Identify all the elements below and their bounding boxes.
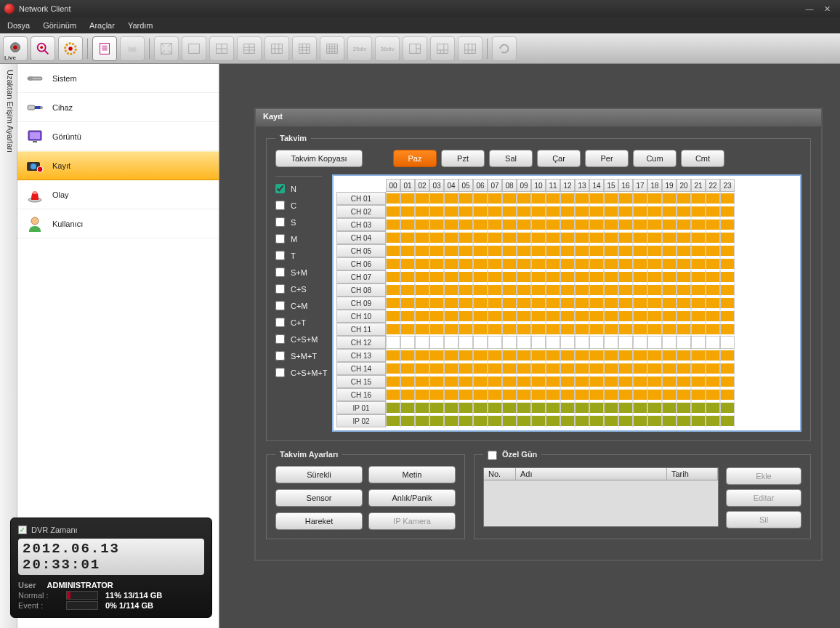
toolbar-layout-25div-button[interactable]: 25div	[347, 36, 372, 61]
schedule-slot[interactable]	[589, 401, 604, 414]
schedule-slot[interactable]	[604, 401, 618, 414]
schedule-slot[interactable]	[415, 192, 429, 205]
mode-checkbox[interactable]	[275, 351, 285, 361]
schedule-slot[interactable]	[517, 270, 531, 283]
channel-label[interactable]: IP 01	[336, 401, 386, 414]
schedule-slot[interactable]	[575, 401, 589, 414]
schedule-slot[interactable]	[662, 375, 677, 388]
schedule-slot[interactable]	[662, 362, 677, 375]
schedule-slot[interactable]	[429, 401, 444, 414]
schedule-slot[interactable]	[517, 205, 531, 218]
schedule-slot[interactable]	[502, 231, 517, 244]
schedule-slot[interactable]	[459, 401, 473, 414]
schedule-slot[interactable]	[517, 362, 531, 375]
schedule-slot[interactable]	[459, 297, 473, 310]
channel-label[interactable]: CH 09	[336, 297, 386, 310]
schedule-slot[interactable]	[575, 375, 589, 388]
schedule-slot[interactable]	[677, 297, 691, 310]
schedule-slot[interactable]	[575, 192, 589, 205]
schedule-slot[interactable]	[706, 244, 720, 257]
schedule-slot[interactable]	[560, 349, 575, 362]
schedule-slot[interactable]	[546, 310, 560, 323]
schedule-slot[interactable]	[415, 310, 429, 323]
schedule-slot[interactable]	[429, 192, 444, 205]
schedule-slot[interactable]	[618, 283, 633, 297]
schedule-slot[interactable]	[386, 310, 400, 323]
schedule-slot[interactable]	[429, 388, 444, 401]
schedule-slot[interactable]	[429, 310, 444, 323]
schedule-slot[interactable]	[517, 310, 531, 323]
schedule-slot[interactable]	[546, 192, 560, 205]
schedule-slot[interactable]	[546, 401, 560, 414]
schedule-slot[interactable]	[691, 205, 706, 218]
schedule-slot[interactable]	[575, 218, 589, 231]
mode-c-s-m-t[interactable]: C+S+M+T	[275, 368, 322, 377]
schedule-slot[interactable]	[589, 283, 604, 297]
toolbar-log-button[interactable]	[92, 36, 117, 61]
schedule-slot[interactable]	[546, 205, 560, 218]
schedule-slot[interactable]	[720, 283, 735, 297]
schedule-slot[interactable]	[706, 297, 720, 310]
schedule-slot[interactable]	[618, 401, 633, 414]
schedule-slot[interactable]	[488, 270, 502, 283]
schedule-slot[interactable]	[720, 244, 735, 257]
schedule-slot[interactable]	[444, 362, 459, 375]
schedule-slot[interactable]	[546, 414, 560, 427]
schedule-slot[interactable]	[473, 310, 488, 323]
schedule-slot[interactable]	[706, 257, 720, 270]
schedule-slot[interactable]	[647, 231, 662, 244]
schedule-slot[interactable]	[720, 257, 735, 270]
schedule-slot[interactable]	[662, 336, 677, 349]
schedule-slot[interactable]	[720, 388, 735, 401]
schedule-slot[interactable]	[429, 283, 444, 297]
schedule-slot[interactable]	[459, 375, 473, 388]
schedule-slot[interactable]	[691, 401, 706, 414]
schedule-slot[interactable]	[618, 231, 633, 244]
schedule-slot[interactable]	[560, 375, 575, 388]
schedule-slot[interactable]	[677, 257, 691, 270]
schedule-slot[interactable]	[720, 336, 735, 349]
schedule-slot[interactable]	[473, 257, 488, 270]
schedule-slot[interactable]	[429, 244, 444, 257]
schedule-slot[interactable]	[386, 297, 400, 310]
schedule-slot[interactable]	[720, 218, 735, 231]
schedule-slot[interactable]	[386, 218, 400, 231]
schedule-slot[interactable]	[618, 323, 633, 336]
schedule-slot[interactable]	[415, 283, 429, 297]
schedule-slot[interactable]	[662, 270, 677, 283]
schedule-slot[interactable]	[473, 218, 488, 231]
schedule-slot[interactable]	[720, 414, 735, 427]
schedule-slot[interactable]	[488, 323, 502, 336]
schedule-slot[interactable]	[662, 310, 677, 323]
schedule-slot[interactable]	[604, 192, 618, 205]
ta-button-sensor[interactable]: Sensor	[275, 489, 363, 507]
schedule-slot[interactable]	[415, 257, 429, 270]
schedule-slot[interactable]	[386, 192, 400, 205]
schedule-slot[interactable]	[633, 336, 647, 349]
mode-s[interactable]: S	[275, 217, 322, 227]
schedule-slot[interactable]	[415, 401, 429, 414]
schedule-slot[interactable]	[691, 388, 706, 401]
schedule-slot[interactable]	[546, 244, 560, 257]
schedule-slot[interactable]	[502, 362, 517, 375]
schedule-slot[interactable]	[618, 192, 633, 205]
schedule-slot[interactable]	[662, 218, 677, 231]
schedule-slot[interactable]	[459, 283, 473, 297]
schedule-slot[interactable]	[546, 349, 560, 362]
schedule-slot[interactable]	[677, 231, 691, 244]
schedule-slot[interactable]	[400, 270, 415, 283]
schedule-slot[interactable]	[691, 244, 706, 257]
schedule-slot[interactable]	[488, 362, 502, 375]
schedule-slot[interactable]	[589, 218, 604, 231]
schedule-slot[interactable]	[386, 336, 400, 349]
schedule-slot[interactable]	[531, 310, 546, 323]
schedule-slot[interactable]	[560, 401, 575, 414]
schedule-slot[interactable]	[459, 414, 473, 427]
schedule-slot[interactable]	[720, 362, 735, 375]
schedule-slot[interactable]	[400, 375, 415, 388]
schedule-slot[interactable]	[531, 257, 546, 270]
schedule-slot[interactable]	[575, 270, 589, 283]
schedule-slot[interactable]	[429, 231, 444, 244]
schedule-slot[interactable]	[488, 218, 502, 231]
schedule-slot[interactable]	[720, 192, 735, 205]
